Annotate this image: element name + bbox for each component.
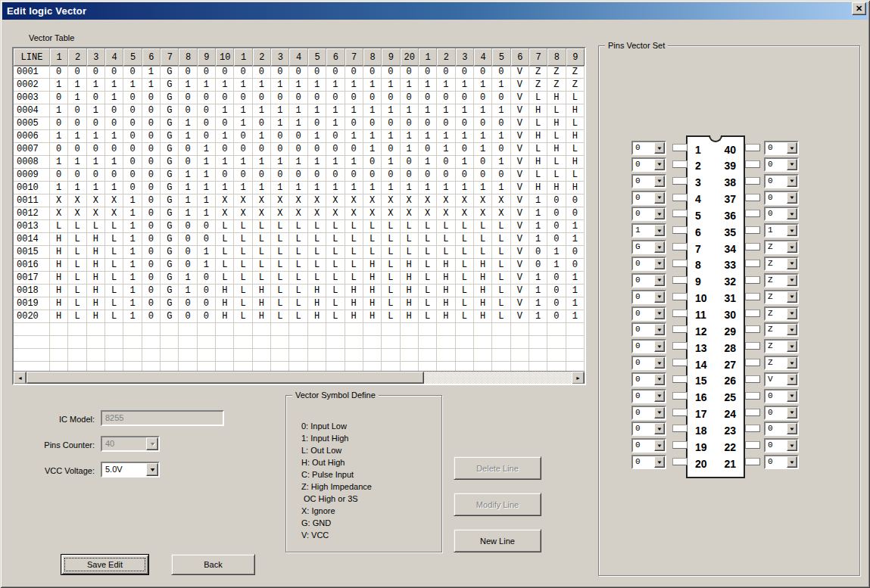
- pin-7-value-select[interactable]: G▼: [631, 240, 666, 254]
- pin-11-value-select[interactable]: 0▼: [631, 306, 666, 321]
- vector-cell: 0: [253, 66, 271, 79]
- vector-cell: 1: [456, 104, 474, 117]
- vector-cell: 0: [142, 259, 161, 272]
- table-row[interactable]: 0017HLHL10G10LLLLLLLLHLHLHLHLV101: [14, 272, 585, 285]
- vector-cell: 1: [474, 182, 492, 194]
- vector-cell: 0: [179, 220, 197, 233]
- vector-cell: L: [308, 233, 326, 246]
- pin-21-value-select[interactable]: 0▼: [764, 455, 799, 469]
- pin-28-value-select[interactable]: Z▼: [764, 339, 799, 353]
- column-header: 2: [68, 48, 86, 66]
- pin-15-value-select[interactable]: 0▼: [631, 372, 666, 387]
- pin-12-value-select[interactable]: 0▼: [631, 322, 666, 337]
- table-row[interactable]: 0010111100G111111111111111111VHHH: [14, 182, 585, 194]
- table-row[interactable]: 0011XXXX10G11XXXXXXXXXXXXXXXXV100: [14, 194, 585, 207]
- pin-26-value-select[interactable]: V▼: [764, 372, 799, 387]
- pin-31-value-select[interactable]: Z▼: [764, 290, 799, 304]
- pin-17-value-select[interactable]: 0▼: [631, 406, 666, 420]
- scrollbar-thumb[interactable]: [27, 372, 424, 384]
- pin-8-value-select[interactable]: 0▼: [631, 257, 666, 271]
- scroll-right-button[interactable]: ►: [572, 372, 585, 384]
- table-row[interactable]: 0018HLHL10G10HLHLLHLHHLHLHLHLV101: [14, 285, 585, 297]
- vector-cell: 0: [271, 130, 289, 143]
- table-row[interactable]: 0013LLLL10G00LLLLLLLLLLLLLLLLV101: [14, 220, 585, 233]
- pin-24-value-select[interactable]: 0▼: [764, 406, 799, 420]
- vector-cell: L: [566, 143, 585, 156]
- column-header: 20: [401, 48, 419, 66]
- vector-cell: L: [105, 285, 123, 297]
- table-row[interactable]: 0019HLHL10G00HLHLLHLHHLHLHLHLV101: [14, 297, 585, 310]
- table-row[interactable]: 0016HLHL10G01LLLLLLLLHLHLHLHLV010: [14, 259, 585, 272]
- pin-28-value: Z: [766, 341, 787, 352]
- table-row[interactable]: 0007000000G010000000010101010VLHL: [14, 143, 585, 156]
- empty-cell: [437, 349, 455, 362]
- table-row[interactable]: 0003010100G000000000000000000VLHL: [14, 92, 585, 104]
- vcc-voltage-combo[interactable]: 5.0V ▼: [101, 462, 160, 478]
- pin-5-value-select[interactable]: 0▼: [631, 207, 666, 221]
- pin-16-value-select[interactable]: 0▼: [631, 389, 666, 403]
- pin-33-value-select[interactable]: Z▼: [764, 257, 799, 271]
- pin-3-value-select[interactable]: 0▼: [631, 174, 666, 188]
- pin-29-value-select[interactable]: Z▼: [764, 322, 799, 337]
- pin-37-value-select[interactable]: 0▼: [764, 191, 799, 205]
- pin-6-value-select[interactable]: 1▼: [631, 223, 666, 238]
- pin-13-value-select[interactable]: 0▼: [631, 339, 666, 353]
- table-row[interactable]: 0005000000G100101101000000000VLHL: [14, 117, 585, 130]
- scrollbar-track[interactable]: [424, 372, 572, 384]
- table-row[interactable]: 0008111100G011111111101010101VHLH: [14, 156, 585, 169]
- vector-cell: 1: [271, 182, 289, 194]
- chevron-down-icon: ▼: [654, 440, 665, 451]
- table-row[interactable]: 0004101000G001111111111111111VHLH: [14, 104, 585, 117]
- save-edit-button[interactable]: Save Edit: [61, 554, 149, 575]
- vector-cell: 1: [123, 297, 142, 310]
- scroll-left-button[interactable]: ◄: [14, 372, 27, 384]
- chevron-down-icon: ▼: [654, 192, 665, 204]
- pin-30-value-select[interactable]: Z▼: [764, 306, 799, 321]
- column-header: 1: [50, 48, 68, 66]
- pin-22-value-select[interactable]: 0▼: [764, 438, 799, 453]
- pin-2-value-select[interactable]: 0▼: [631, 157, 666, 172]
- pin-14-value-select[interactable]: 0▼: [631, 356, 666, 370]
- vector-cell: 1: [68, 156, 86, 169]
- table-row[interactable]: 0009000000G110000000000000000VLLL: [14, 169, 585, 182]
- table-row[interactable]: 0006111100G101010010111111111VHLH: [14, 130, 585, 143]
- pin-40-value-select[interactable]: 0▼: [764, 141, 799, 155]
- vector-cell: 1: [87, 182, 105, 194]
- pin-19-value-select[interactable]: 0▼: [631, 438, 666, 453]
- table-row[interactable]: 0001000001G000000000000000000VZZZ: [14, 66, 585, 79]
- empty-cell: [216, 336, 234, 349]
- empty-cell: [234, 336, 252, 349]
- vector-cell: 1: [474, 130, 492, 143]
- pin-36-value-select[interactable]: 0▼: [764, 207, 799, 221]
- table-row[interactable]: 0002111111G111111111111111111VZZZ: [14, 79, 585, 92]
- pin-9-value-select[interactable]: 0▼: [631, 273, 666, 288]
- table-row[interactable]: 0020HLHL10G00HLHLLHLHHLHLHLHLV101: [14, 310, 585, 323]
- pin-35-value-select[interactable]: 1▼: [764, 223, 799, 238]
- vector-cell: 0: [547, 297, 566, 310]
- pin-10-value-select[interactable]: 0▼: [631, 290, 666, 304]
- pin-20-value-select[interactable]: 0▼: [631, 455, 666, 469]
- empty-cell: [529, 323, 547, 336]
- vector-cell: 0: [474, 66, 492, 79]
- new-line-button[interactable]: New Line: [454, 529, 541, 552]
- table-row[interactable]: 0012XXXX10G11XXXXXXXXXXXXXXXXV100: [14, 207, 585, 220]
- vector-cell: L: [105, 233, 123, 246]
- table-header-row: LINE1234567891012345678920123456789: [14, 48, 585, 66]
- back-button[interactable]: Back: [171, 554, 255, 575]
- pin-32-value-select[interactable]: Z▼: [764, 273, 799, 288]
- pin-25-value-select[interactable]: 0▼: [764, 389, 799, 403]
- pin-1-value-select[interactable]: 0▼: [631, 141, 666, 155]
- pin-34-value-select[interactable]: Z▼: [764, 240, 799, 254]
- table-row[interactable]: 0015HLHL10G01LLLLLLLLLLLLLLLLV010: [14, 246, 585, 259]
- pin-23-value-select[interactable]: 0▼: [764, 422, 799, 436]
- vector-cell: 1: [179, 182, 197, 194]
- pin-4-value-select[interactable]: 0▼: [631, 191, 666, 205]
- pin-11-lead: [672, 310, 688, 317]
- pin-27-value-select[interactable]: Z▼: [764, 356, 799, 370]
- pin-23-value: 0: [766, 423, 787, 434]
- pin-39-value-select[interactable]: 0▼: [764, 157, 799, 172]
- pin-38-value-select[interactable]: 0▼: [764, 174, 799, 188]
- close-button[interactable]: ✕: [852, 2, 866, 15]
- table-row[interactable]: 0014HLHL10G00LLLLLLLLLLLLLLLLV101: [14, 233, 585, 246]
- pin-18-value-select[interactable]: 0▼: [631, 422, 666, 436]
